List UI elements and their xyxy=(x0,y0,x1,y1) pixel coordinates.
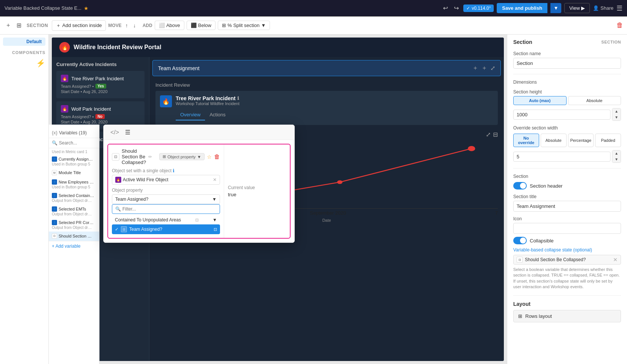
filter-text-input[interactable] xyxy=(122,206,217,212)
review-incident-title: Tree River Park Incident ℹ xyxy=(176,95,493,101)
var-name: New Employees to assi... xyxy=(59,180,94,184)
team-assignment-header[interactable]: Team Assignment ＋ ＋ ⤢ xyxy=(152,60,501,76)
add-section-plus-icon: ＋ xyxy=(56,22,61,29)
collapse-state-text: Variable-based collapse state (optional) xyxy=(513,247,592,253)
property-select[interactable]: Team Assigned? ▼ xyxy=(112,194,220,204)
width-increment-button[interactable]: ▲ xyxy=(612,150,621,156)
list-icon-button[interactable]: ⊞ xyxy=(15,20,23,30)
height-auto-button[interactable]: Auto (max) xyxy=(513,96,567,105)
variables-panel: {x} Variables (19) 🔍 All ▼ Used in Metri… xyxy=(49,125,99,364)
dropdown-item-team-assigned[interactable]: ✓ ⊡ Team Assigned? ⊡ xyxy=(112,224,220,234)
right-panel-section-label: SECTION xyxy=(601,40,621,44)
tab-actions[interactable]: Actions xyxy=(205,110,230,120)
favorite-star[interactable]: ★ xyxy=(84,5,89,11)
share-button[interactable]: 👤 Share xyxy=(593,5,613,11)
search-input[interactable] xyxy=(59,140,99,146)
team-expand-icon-button[interactable]: ⤢ xyxy=(490,65,495,72)
redo-button[interactable]: ↪ xyxy=(452,3,460,13)
list-item[interactable]: 🔥 Tree River Park Incident Team Assigned… xyxy=(56,71,145,98)
code-view-tab[interactable]: </> xyxy=(108,128,121,137)
section-name-input[interactable] xyxy=(513,58,621,69)
var-person-icon: 👤 xyxy=(52,193,57,198)
variable-edit-icon[interactable]: ✏ xyxy=(148,154,152,159)
add-below-button[interactable]: ⬛ Below xyxy=(187,21,216,30)
var-person-icon: 👤 xyxy=(52,220,57,225)
team-add-icon2-button[interactable]: ＋ xyxy=(481,64,487,72)
save-publish-button[interactable]: Save and publish xyxy=(497,3,547,13)
share-person-icon: 👤 xyxy=(593,5,599,11)
above-icon: ⬜ xyxy=(159,23,165,28)
variable-name-label: Should Section Be Collapsed? xyxy=(122,148,146,165)
chart-filter-button[interactable]: ⊟ xyxy=(493,131,498,138)
var-person-icon: 👤 xyxy=(52,156,57,162)
add-icon-button[interactable]: ＋ xyxy=(4,20,13,31)
info-icon[interactable]: ℹ xyxy=(173,168,175,173)
top-bar-actions: ↩ ↪ ✓ v0.114.0° Save and publish ▼ View … xyxy=(442,3,622,13)
collapse-variable-remove-icon[interactable]: ✕ xyxy=(613,257,618,263)
rows-layout-button[interactable]: ⊞ Rows layout xyxy=(513,310,621,322)
incident-review-area: Incident Review 🔥 Tree River Park Incide… xyxy=(149,79,504,128)
width-override-label: Override section width xyxy=(513,125,621,131)
width-no-override-button[interactable]: No override xyxy=(513,134,539,147)
connector-icon: ⚡ xyxy=(36,59,45,68)
list-item[interactable]: M Module Title xyxy=(49,168,99,177)
height-increment-button[interactable]: ▲ xyxy=(612,108,621,114)
object-property-badge: ⊞ Object property ▼ xyxy=(159,153,205,160)
incident-team-assigned: Team Assigned? • Yes xyxy=(61,84,140,89)
width-decrement-button[interactable]: ▼ xyxy=(612,156,621,162)
add-above-button[interactable]: ⬜ Above xyxy=(155,21,184,30)
height-value-input[interactable] xyxy=(513,110,610,120)
team-add-icon-button[interactable]: ＋ xyxy=(472,64,478,72)
add-variable-label: + Add variable xyxy=(52,244,80,249)
save-publish-dropdown-button[interactable]: ▼ xyxy=(550,3,561,13)
incident-start-date: Start Date • Aug 20, 2020 xyxy=(61,120,140,124)
dropdown-item-contained[interactable]: Contained To Unpopulated Areas ⊡ ▼ xyxy=(112,215,220,224)
section-header-toggle[interactable] xyxy=(513,182,527,190)
add-section-inside-button[interactable]: ＋ Add section inside xyxy=(52,20,106,31)
width-value-input[interactable] xyxy=(513,152,610,162)
width-padded-button[interactable]: Padded xyxy=(595,134,621,147)
tab-overview[interactable]: Overview xyxy=(176,110,205,120)
collapsible-toggle[interactable] xyxy=(513,237,527,244)
default-tab-button[interactable]: Default xyxy=(3,38,45,46)
left-sidebar: Default COMPONENTS ⚡ xyxy=(0,35,49,364)
height-options: Auto (max) Absolute xyxy=(513,96,621,105)
delete-button[interactable]: 🗑 xyxy=(616,21,623,29)
list-item[interactable]: 👤 New Employees to assi... Used in Butto… xyxy=(49,177,99,191)
variable-star-icon[interactable]: ☆ xyxy=(207,154,212,160)
undo-button[interactable]: ↩ xyxy=(442,3,449,13)
list-item[interactable]: 👤 Currently Assigned Em... Used in Butto… xyxy=(49,155,99,168)
width-options: No override Absolute Percentage Padded xyxy=(513,134,621,147)
review-info-icon: ℹ xyxy=(237,96,239,101)
settings-tab[interactable]: ☰ xyxy=(123,128,133,137)
view-button[interactable]: View ▶ xyxy=(564,3,590,13)
hamburger-menu-button[interactable]: ☰ xyxy=(616,4,622,12)
split-section-button[interactable]: ⊞ % Split section ▼ xyxy=(218,21,270,30)
collapse-variable-name: Should Section Be Collapsed? xyxy=(525,257,611,262)
height-decrement-button[interactable]: ▼ xyxy=(612,114,621,120)
section-title-input[interactable] xyxy=(513,201,621,212)
height-absolute-button[interactable]: Absolute xyxy=(568,96,621,105)
portal-title-text: Wildfire Incident Review Portal xyxy=(74,44,161,51)
collapsible-label: Collapsible xyxy=(530,238,554,244)
move-down-button[interactable]: ↓ xyxy=(132,22,137,29)
chart-expand-button[interactable]: ⤢ xyxy=(486,131,491,138)
list-item[interactable]: 👤 Selected PR Correspon... Output from O… xyxy=(49,218,99,232)
add-variable-button[interactable]: + Add variable xyxy=(49,241,99,251)
split-icon: ⊞ xyxy=(222,23,226,28)
icon-input[interactable] xyxy=(513,223,621,234)
toggle-knob xyxy=(520,183,526,189)
wildfire-object-remove-icon[interactable]: ✕ xyxy=(213,177,217,182)
list-item[interactable]: ⊡ Should Section Be Coll... xyxy=(49,232,99,241)
move-up-button[interactable]: ↑ xyxy=(124,22,130,29)
collapsible-toggle-knob xyxy=(520,238,526,244)
split-arrow-icon: ▼ xyxy=(261,23,266,28)
width-absolute-button[interactable]: Absolute xyxy=(541,134,567,147)
list-item[interactable]: 👤 Selected Containment L... Output from … xyxy=(49,191,99,205)
list-item[interactable]: 👤 Selected EMTs Output from Object dropd… xyxy=(49,205,99,218)
width-percentage-button[interactable]: Percentage xyxy=(568,134,594,147)
variable-delete-icon[interactable]: 🗑 xyxy=(214,153,220,160)
collapse-var-icon: ⊡ xyxy=(517,257,523,263)
var-name: Currently Assigned Em... xyxy=(59,157,94,161)
toolbar: ＋ ⊞ SECTION ＋ Add section inside MOVE ↑ … xyxy=(0,17,627,35)
